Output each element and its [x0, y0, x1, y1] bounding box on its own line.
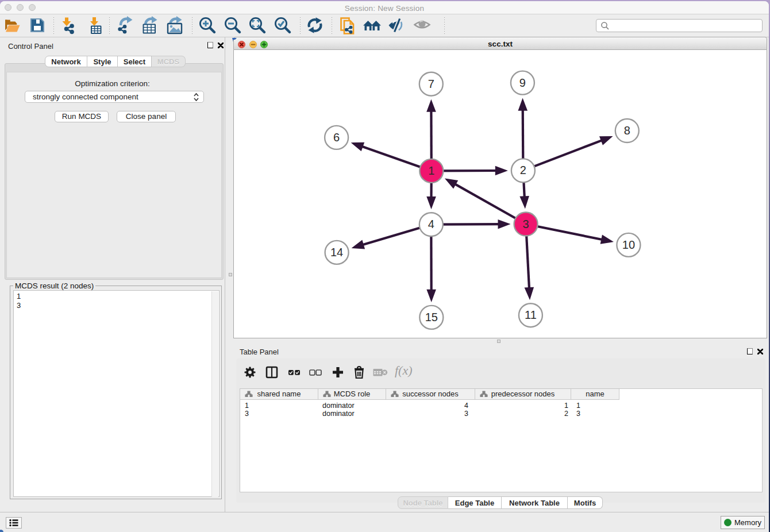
svg-text:1: 1 — [428, 164, 434, 177]
svg-text:14: 14 — [330, 246, 343, 259]
svg-text:10: 10 — [622, 238, 635, 251]
svg-text:2: 2 — [520, 164, 526, 176]
svg-text:3: 3 — [523, 218, 529, 230]
svg-text:15: 15 — [425, 311, 438, 323]
svg-text:4: 4 — [428, 218, 434, 230]
svg-text:11: 11 — [525, 309, 537, 321]
svg-text:9: 9 — [519, 76, 526, 89]
svg-text:7: 7 — [428, 78, 434, 90]
svg-text:8: 8 — [624, 124, 630, 137]
svg-text:6: 6 — [333, 131, 340, 144]
